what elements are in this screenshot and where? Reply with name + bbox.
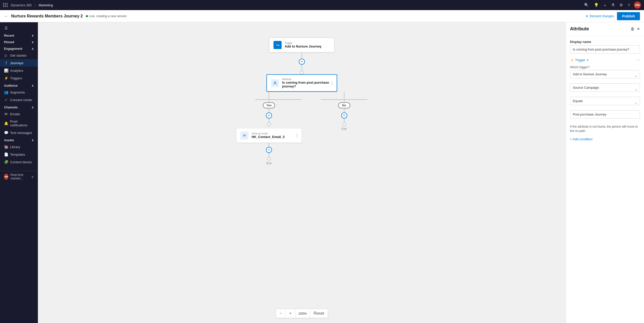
app-grid-icon[interactable]: [3, 3, 8, 7]
sidebar-section-audience[interactable]: Audience ∧: [0, 82, 38, 88]
topbar: Dynamics 365 | Marketing 🔍 💡 + ⚗ ⚙ ? RM: [0, 0, 644, 10]
yes-vert-line: [269, 100, 269, 102]
secondbar: ← Nurture Rewards Members Journey 2 Live…: [0, 10, 644, 22]
sidebar-item-get-started[interactable]: ▷ Get started: [0, 52, 38, 59]
email-node[interactable]: ✉ Send an email HK_Contact_Email_3 ⋮: [236, 128, 302, 143]
sidebar-item-triggers[interactable]: ⚡ Triggers: [0, 74, 38, 82]
sidebar-item-push-notifications[interactable]: 🔔 Push notifications: [0, 118, 38, 129]
settings-icon[interactable]: ⚙: [620, 3, 623, 7]
chevron-down-icon: ∨: [32, 40, 34, 44]
no-branch-arm: No + Exit: [321, 92, 367, 131]
equals-wrapper: Equals: [570, 97, 640, 108]
sidebar-section-assets[interactable]: Assets ∧: [0, 136, 38, 143]
journey-title: Nurture Rewards Members Journey 2: [11, 14, 83, 18]
attribute-node-more-button[interactable]: ⋮: [330, 81, 334, 85]
close-panel-button[interactable]: ✕: [637, 27, 640, 31]
yes-circle: [267, 123, 271, 126]
yes-branch-arm: Yes + ✉ Send an email: [236, 92, 302, 165]
back-button[interactable]: ←: [4, 14, 8, 18]
sidebar-section-channels[interactable]: Channels ∧: [0, 104, 38, 110]
sidebar-section-recent[interactable]: Recent ∨: [0, 32, 38, 38]
app-name: Marketing: [39, 3, 53, 7]
library-icon: 📚: [4, 145, 8, 149]
chevron-down-icon: ∨: [586, 58, 589, 62]
journey-flow: ↪ Trigger Add to Nurture Journey +: [236, 37, 367, 165]
zoom-reset-button[interactable]: Reset: [310, 309, 328, 318]
zoom-in-button[interactable]: +: [286, 309, 295, 318]
trigger-section-label[interactable]: ⚡ Trigger ∨: [570, 58, 589, 62]
templates-icon: 📄: [4, 152, 8, 156]
trigger-section-bar: ⚡ Trigger ∨ ⋯: [570, 58, 640, 62]
analytics-icon: 📊: [4, 68, 8, 73]
sidebar-section-engagement[interactable]: Engagement ∧: [0, 45, 38, 52]
search-icon[interactable]: 🔍: [584, 3, 589, 7]
display-name-label: Display name: [570, 40, 640, 44]
discard-changes-button[interactable]: ✕ Discard changes: [585, 14, 614, 18]
sidebar-item-text-messages[interactable]: 💬 Text messages: [0, 129, 38, 136]
sidebar-item-emails[interactable]: ✉ Emails: [0, 110, 38, 118]
chevron-up-icon: ∧: [32, 84, 34, 87]
yes-arm-content: Yes + ✉ Send an email: [236, 100, 302, 165]
segments-icon: 👥: [4, 90, 8, 94]
display-name-input[interactable]: [570, 45, 640, 54]
close-icon: ✕: [585, 14, 588, 18]
sidebar-hamburger[interactable]: ☰: [0, 24, 38, 32]
yes-exit-line: [269, 143, 269, 147]
help-icon[interactable]: ?: [628, 3, 630, 7]
sidebar-item-consent-center[interactable]: ✓ Consent center: [0, 96, 38, 104]
sidebar-section-pinned[interactable]: Pinned ∨: [0, 38, 38, 45]
no-add-button[interactable]: +: [341, 112, 347, 119]
trigger-node[interactable]: ↪ Trigger Add to Nurture Journey: [269, 37, 335, 53]
email-icon: ✉: [4, 112, 8, 116]
right-panel-title: Attribute: [570, 26, 629, 32]
yes-vert-line-2: [269, 108, 269, 112]
sms-icon: 💬: [4, 131, 8, 135]
which-trigger-wrapper: Add to Nurture Journey: [570, 70, 640, 81]
svg-point-0: [274, 82, 276, 83]
no-exit-label: Exit: [341, 127, 346, 131]
no-vert-line: [344, 100, 344, 102]
zoom-out-button[interactable]: −: [276, 309, 286, 318]
tenant-name: Real-time marketi...: [10, 173, 29, 180]
yes-add-button[interactable]: +: [266, 112, 272, 119]
add-condition-label: + Add condition: [570, 137, 592, 141]
yes-label: Yes: [263, 102, 275, 108]
attribute-node[interactable]: Attribute Is coming from post purchase j…: [266, 74, 337, 92]
source-campaign-select[interactable]: Source Campaign: [570, 83, 640, 92]
add-step-button[interactable]: +: [299, 59, 305, 65]
user-avatar[interactable]: RM: [634, 2, 641, 9]
add-condition-button[interactable]: + Add condition: [570, 136, 640, 142]
delete-button[interactable]: 🗑: [631, 27, 635, 31]
sidebar-item-content-blocks[interactable]: 🧩 Content blocks: [0, 158, 38, 166]
sidebar-item-analytics[interactable]: 📊 Analytics: [0, 67, 38, 74]
consent-icon: ✓: [4, 98, 8, 102]
chevron-down-icon: ∨: [32, 34, 34, 37]
yes-exit-add-button[interactable]: +: [266, 147, 272, 153]
no-circle: [342, 123, 346, 126]
branch-line-right-top: [344, 92, 344, 99]
push-icon: 🔔: [4, 121, 8, 125]
chevron-up-icon: ∧: [32, 47, 34, 51]
canvas-content: ↪ Trigger Add to Nurture Journey +: [38, 22, 566, 323]
email-node-more-button[interactable]: ⋮: [295, 133, 299, 138]
publish-button[interactable]: Publish: [617, 12, 640, 20]
sidebar-item-library[interactable]: 📚 Library: [0, 143, 38, 151]
add-icon[interactable]: +: [604, 3, 606, 7]
tenant-avatar: RM: [4, 174, 8, 180]
email-node-labels: Send an email HK_Contact_Email_3: [252, 132, 285, 139]
which-trigger-select[interactable]: Add to Nurture Journey: [570, 70, 640, 78]
sidebar-item-segments[interactable]: 👥 Segments: [0, 88, 38, 96]
lightbulb-icon[interactable]: 💡: [594, 3, 599, 7]
tenant-switcher[interactable]: RM Real-time marketi... ∨: [0, 171, 38, 182]
sidebar-item-templates[interactable]: 📄 Templates: [0, 151, 38, 158]
journey-icon: ⤴: [4, 61, 8, 65]
section-more-button[interactable]: ⋯: [636, 58, 640, 62]
equals-select[interactable]: Equals: [570, 97, 640, 105]
brand-name: Dynamics 365: [11, 3, 32, 7]
trigger-icon: ↪: [274, 41, 282, 49]
branch-horizontal-container: Yes + ✉ Send an email: [236, 92, 367, 165]
yes-exit-line-2: [269, 153, 269, 157]
attribute-value-input[interactable]: [570, 110, 640, 119]
filter-icon[interactable]: ⚗: [611, 3, 614, 7]
sidebar-item-journeys[interactable]: ⤴ Journeys: [0, 59, 38, 67]
